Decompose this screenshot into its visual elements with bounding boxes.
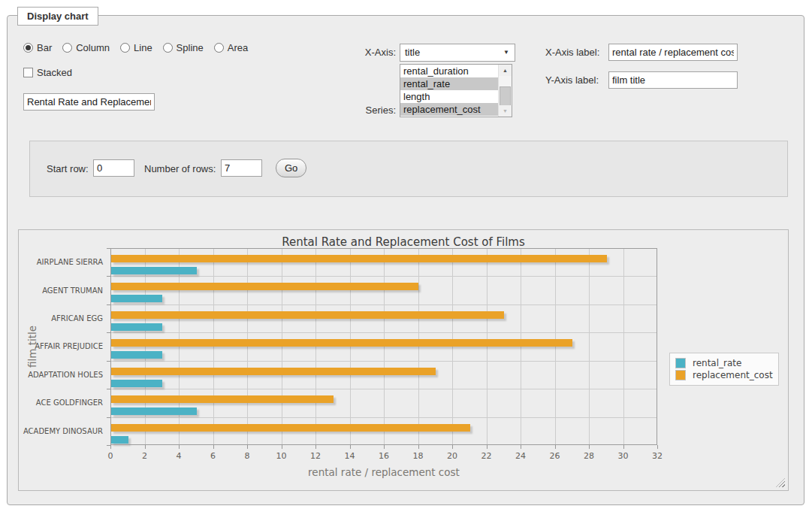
category-label: AGENT TRUMAN xyxy=(19,276,103,304)
legend-item: replacement_cost xyxy=(675,370,773,380)
x-tick-label: 20 xyxy=(441,451,463,461)
x-tick-mark xyxy=(213,445,214,449)
radio-area[interactable]: Area xyxy=(214,42,248,53)
xaxis-label-input[interactable] xyxy=(608,44,738,61)
go-button[interactable]: Go xyxy=(276,159,306,177)
x-tick-mark xyxy=(247,445,248,449)
x-tick-label: 32 xyxy=(646,451,669,461)
series-listbox[interactable]: rental_duration rental_rate length repla… xyxy=(400,64,512,117)
x-tick-mark xyxy=(623,445,624,449)
radio-area-label: Area xyxy=(228,42,248,53)
x-tick-label: 26 xyxy=(544,451,566,461)
start-row-label: Start row: xyxy=(47,163,89,174)
x-tick-mark xyxy=(110,445,111,449)
category-label: AIRPLANE SIERRA xyxy=(19,248,103,276)
series-option[interactable]: rental_rate xyxy=(400,77,512,90)
scroll-down-icon[interactable]: ▼ xyxy=(499,105,512,117)
radio-spline-button[interactable] xyxy=(163,43,173,53)
x-tick-label: 0 xyxy=(99,451,122,461)
y-tick-mark xyxy=(107,445,110,446)
legend-item: rental_rate xyxy=(675,358,773,368)
x-tick-mark xyxy=(521,445,521,449)
x-tick-mark xyxy=(179,445,180,449)
chart-type-radio-group: Bar Column Line Spline Area xyxy=(23,42,248,53)
stacked-option[interactable]: Stacked xyxy=(23,67,72,78)
xaxis-select-label: X-Axis: xyxy=(317,47,396,58)
x-tick-label: 4 xyxy=(168,451,190,461)
x-tick-mark xyxy=(315,445,316,449)
radio-area-button[interactable] xyxy=(214,43,224,53)
yaxis-label-field-label: Y-Axis label: xyxy=(545,74,608,86)
chart-container: Rental Rate and Replacement Cost of Film… xyxy=(18,229,789,491)
x-axis-title: rental rate / replacement cost xyxy=(110,466,657,478)
radio-line-button[interactable] xyxy=(120,43,130,53)
series-option[interactable]: rental_duration xyxy=(400,65,512,77)
xaxis-select[interactable]: title ▼ xyxy=(400,44,515,62)
fieldset-legend: Display chart xyxy=(17,7,98,26)
x-tick-label: 24 xyxy=(509,451,532,461)
display-chart-fieldset: Display chart Bar Column Line Spline Are… xyxy=(7,15,804,505)
xaxis-label-field-label: X-Axis label: xyxy=(545,47,608,58)
yaxis-label-input[interactable] xyxy=(608,71,738,89)
radio-column[interactable]: Column xyxy=(62,42,110,53)
radio-column-label: Column xyxy=(76,42,110,53)
resize-handle-icon[interactable] xyxy=(776,478,785,487)
x-tick-mark xyxy=(350,445,351,449)
x-tick-mark xyxy=(487,445,488,449)
radio-bar[interactable]: Bar xyxy=(23,42,52,53)
x-tick-label: 22 xyxy=(475,451,498,461)
x-tick-mark xyxy=(452,445,453,449)
x-tick-label: 30 xyxy=(612,451,635,461)
scroll-up-icon[interactable]: ▲ xyxy=(499,65,512,76)
series-select-label: Series: xyxy=(317,105,396,116)
start-row-input[interactable] xyxy=(93,159,134,177)
chart-legend: rental_ratereplacement_cost xyxy=(669,353,779,386)
chevron-down-icon: ▼ xyxy=(503,44,509,61)
x-tick-mark xyxy=(384,445,385,449)
x-tick-label: 2 xyxy=(134,451,156,461)
legend-label: rental_rate xyxy=(693,358,741,368)
row-range-panel: Start row: Number of rows: Go xyxy=(29,141,788,197)
legend-label: replacement_cost xyxy=(693,370,773,380)
x-tick-label: 16 xyxy=(373,451,395,461)
category-label: ACE GOLDFINGER xyxy=(19,389,103,417)
category-label: ACADEMY DINOSAUR xyxy=(19,417,103,445)
series-option[interactable]: replacement_cost xyxy=(400,103,512,116)
xaxis-selected-value: title xyxy=(405,47,420,58)
category-label: AFRICAN EGG xyxy=(19,304,103,332)
x-tick-label: 8 xyxy=(236,451,258,461)
stacked-label: Stacked xyxy=(37,67,72,78)
radio-spline-label: Spline xyxy=(177,42,204,53)
x-tick-label: 6 xyxy=(202,451,225,461)
x-tick-mark xyxy=(589,445,590,449)
legend-swatch-icon xyxy=(675,358,686,368)
chart-title: Rental Rate and Replacement Cost of Film… xyxy=(19,235,788,249)
series-option[interactable]: length xyxy=(400,90,512,103)
radio-bar-button[interactable] xyxy=(23,43,33,53)
page: Display chart Bar Column Line Spline Are… xyxy=(0,0,812,512)
x-tick-label: 10 xyxy=(270,451,293,461)
scrollbar-thumb[interactable] xyxy=(500,86,511,107)
number-of-rows-input[interactable] xyxy=(221,159,262,177)
legend-swatch-icon xyxy=(675,370,686,380)
x-tick-mark xyxy=(418,445,419,449)
category-label: AFFAIR PREJUDICE xyxy=(19,332,103,360)
category-label: ADAPTATION HOLES xyxy=(19,361,103,389)
listbox-scrollbar[interactable]: ▲ ▼ xyxy=(498,65,512,117)
plot-border xyxy=(110,248,657,445)
radio-column-button[interactable] xyxy=(62,43,72,53)
x-tick-mark xyxy=(282,445,282,449)
chart-title-input[interactable] xyxy=(23,93,155,111)
number-of-rows-label: Number of rows: xyxy=(144,163,216,174)
x-tick-label: 12 xyxy=(304,451,327,461)
radio-spline[interactable]: Spline xyxy=(163,42,204,53)
radio-bar-label: Bar xyxy=(37,42,52,53)
radio-line[interactable]: Line xyxy=(120,42,152,53)
x-tick-mark xyxy=(145,445,146,449)
stacked-checkbox[interactable] xyxy=(23,68,33,77)
x-tick-label: 28 xyxy=(578,451,600,461)
x-tick-label: 14 xyxy=(339,451,361,461)
x-tick-label: 18 xyxy=(407,451,430,461)
x-tick-mark xyxy=(657,445,658,449)
x-tick-mark xyxy=(555,445,556,449)
